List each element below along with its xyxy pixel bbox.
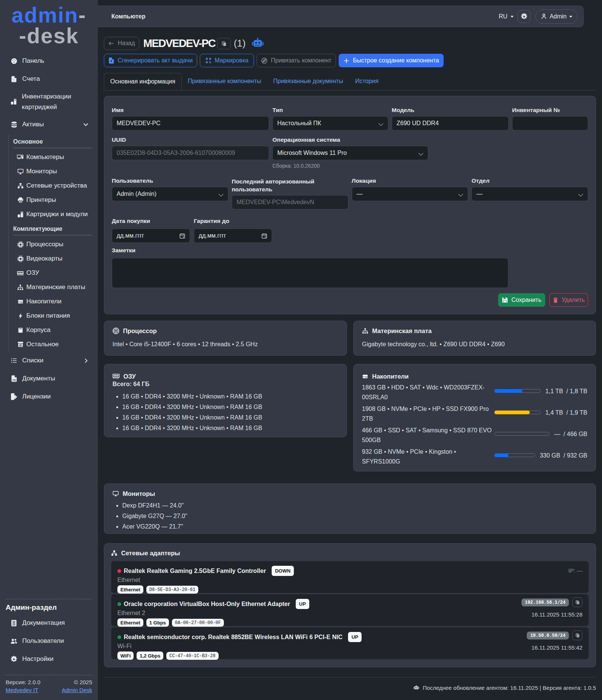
svg-text:PDF: PDF [12,379,16,381]
